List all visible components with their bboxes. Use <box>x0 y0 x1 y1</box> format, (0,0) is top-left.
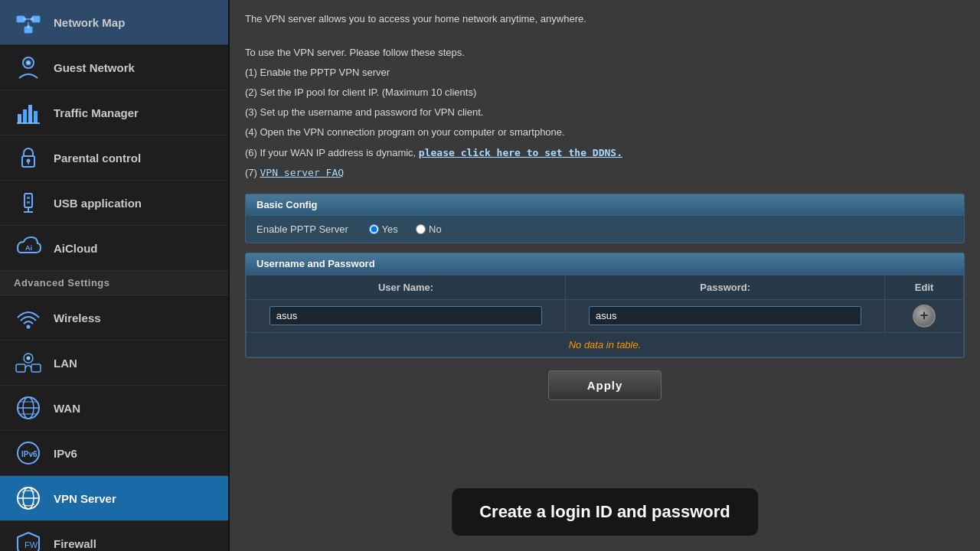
svg-point-29 <box>27 357 31 360</box>
sidebar-item-parental-control-label: Parental control <box>54 152 141 165</box>
sidebar-item-wireless[interactable]: Wireless <box>0 295 228 341</box>
sidebar: Network Map Guest Network <box>0 0 230 551</box>
svg-point-25 <box>27 325 31 329</box>
svg-rect-14 <box>34 111 38 123</box>
basic-config-header: Basic Config <box>246 194 964 216</box>
apply-button[interactable]: Apply <box>548 370 662 400</box>
svg-rect-12 <box>23 109 27 123</box>
sidebar-top-section: Network Map Guest Network <box>0 0 228 271</box>
sidebar-item-guest-network-label: Guest Network <box>54 61 135 74</box>
sidebar-item-firewall-label: Firewall <box>54 537 96 550</box>
vpn-server-icon <box>14 484 43 513</box>
network-map-icon <box>14 8 43 37</box>
intro-section: The VPN server allows you to access your… <box>245 11 965 184</box>
advanced-settings-header: Advanced Settings <box>0 271 228 295</box>
enable-pptp-no-radio[interactable] <box>416 224 426 234</box>
wan-icon <box>14 393 43 422</box>
sidebar-item-parental-control[interactable]: Parental control <box>0 135 228 181</box>
svg-point-10 <box>27 61 31 65</box>
faq-link[interactable]: VPN server FAQ <box>260 167 345 178</box>
parental-control-icon <box>14 143 43 172</box>
svg-text:IPv6: IPv6 <box>21 450 38 458</box>
sidebar-item-lan[interactable]: LAN <box>0 341 228 386</box>
table-row: + <box>247 299 964 332</box>
sidebar-item-wireless-label: Wireless <box>54 311 101 324</box>
svg-point-5 <box>23 18 26 21</box>
sidebar-item-guest-network[interactable]: Guest Network <box>0 45 228 90</box>
sidebar-item-vpn-server[interactable]: VPN Server <box>0 476 228 521</box>
intro-line-1: The VPN server allows you to access your… <box>245 11 965 28</box>
add-button[interactable]: + <box>913 305 936 328</box>
basic-config-block: Basic Config Enable PPTP Server Yes No <box>245 194 965 243</box>
sidebar-item-network-map[interactable]: Network Map <box>0 0 228 45</box>
wireless-icon <box>14 303 43 332</box>
ddns-link[interactable]: please click here to set the DDNS. <box>419 147 622 158</box>
enable-pptp-label: Enable PPTP Server <box>256 223 348 235</box>
tooltip-bubble: Create a login ID and password <box>452 488 758 536</box>
firewall-icon: FW <box>14 529 43 551</box>
sidebar-item-vpn-server-label: VPN Server <box>54 492 116 505</box>
basic-config-body: Enable PPTP Server Yes No <box>246 216 964 243</box>
no-data-row: No data in table. <box>247 332 964 357</box>
lan-icon <box>14 348 43 377</box>
main-content: The VPN server allows you to access your… <box>230 0 980 551</box>
sidebar-item-firewall[interactable]: FW Firewall <box>0 521 228 551</box>
svg-rect-19 <box>24 194 32 207</box>
yes-label: Yes <box>382 223 398 235</box>
intro-line-6: (4) Open the VPN connection program on y… <box>245 124 965 141</box>
edit-cell: + <box>885 299 964 332</box>
enable-pptp-yes-label[interactable]: Yes <box>369 223 398 235</box>
ipv6-icon: IPv6 <box>14 439 43 468</box>
enable-pptp-no-label[interactable]: No <box>416 223 442 235</box>
svg-rect-11 <box>18 114 21 123</box>
sidebar-item-ipv6-label: IPv6 <box>54 447 77 460</box>
svg-rect-13 <box>28 105 32 123</box>
sidebar-item-wan[interactable]: WAN <box>0 386 228 431</box>
svg-rect-23 <box>27 201 30 204</box>
aicloud-icon: Ai <box>14 233 43 262</box>
intro-line-7: (6) If your WAN IP address is dynamic, p… <box>245 145 965 161</box>
sidebar-item-traffic-manager-label: Traffic Manager <box>54 106 139 119</box>
username-input[interactable] <box>270 306 542 325</box>
enable-pptp-yes-radio[interactable] <box>369 224 379 234</box>
intro-line-8: (7) VPN server FAQ <box>245 165 965 181</box>
svg-text:FW: FW <box>24 540 38 549</box>
username-password-header: Username and Password <box>246 253 964 275</box>
sidebar-item-lan-label: LAN <box>54 357 77 370</box>
svg-point-6 <box>31 18 34 21</box>
enable-pptp-row: Enable PPTP Server Yes No <box>256 223 953 235</box>
sidebar-advanced-section: Wireless LAN <box>0 295 228 551</box>
svg-rect-27 <box>31 364 41 372</box>
no-data-cell: No data in table. <box>247 332 964 357</box>
sidebar-item-network-map-label: Network Map <box>54 16 125 29</box>
sidebar-item-traffic-manager[interactable]: Traffic Manager <box>0 90 228 135</box>
sidebar-item-usb-application-label: USB application <box>54 197 142 210</box>
svg-text:Ai: Ai <box>25 244 32 252</box>
col-password-header: Password: <box>566 275 885 299</box>
vpn-credentials-table: User Name: Password: Edit + <box>246 275 964 357</box>
svg-point-7 <box>27 25 30 28</box>
sidebar-item-aicloud[interactable]: Ai AiCloud <box>0 226 228 271</box>
svg-rect-26 <box>16 364 25 372</box>
intro-line-4: (2) Set the IP pool for client IP. (Maxi… <box>245 84 965 101</box>
traffic-manager-icon <box>14 98 43 127</box>
username-cell <box>247 299 566 332</box>
col-username-header: User Name: <box>247 275 566 299</box>
usb-application-icon <box>14 188 43 217</box>
sidebar-item-aicloud-label: AiCloud <box>54 242 98 255</box>
intro-line-5: (3) Set up the username and password for… <box>245 104 965 121</box>
intro-line-2: To use the VPN server. Please follow the… <box>245 44 965 61</box>
sidebar-item-wan-label: WAN <box>54 402 80 415</box>
svg-point-17 <box>27 159 31 163</box>
no-label: No <box>429 223 442 235</box>
password-input[interactable] <box>589 306 861 325</box>
username-password-block: Username and Password User Name: Passwor… <box>245 253 965 358</box>
guest-network-icon <box>14 53 43 82</box>
col-edit-header: Edit <box>885 275 964 299</box>
sidebar-item-usb-application[interactable]: USB application <box>0 181 228 226</box>
intro-line-3: (1) Enable the PPTP VPN server <box>245 64 965 81</box>
sidebar-item-ipv6[interactable]: IPv6 IPv6 <box>0 431 228 476</box>
password-cell <box>566 299 885 332</box>
svg-rect-22 <box>27 197 30 199</box>
